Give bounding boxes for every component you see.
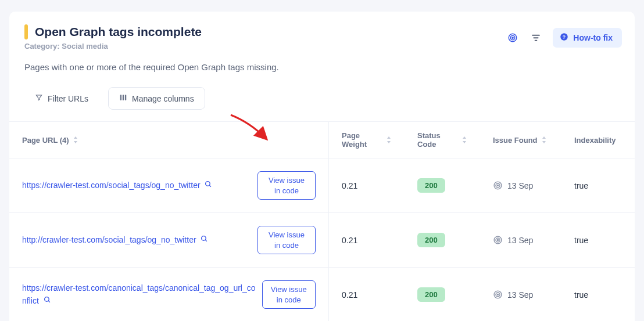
radar-action-icon[interactable] — [506, 31, 519, 44]
cell-weight: 0.21 — [329, 268, 405, 321]
status-badge: 200 — [417, 233, 445, 247]
cell-status: 200 — [405, 158, 480, 212]
filter-urls-button[interactable]: Filter URLs — [24, 88, 99, 109]
header-index-label: Indexability — [574, 136, 616, 145]
issue-card: Open Graph tags incomplete Category: Soc… — [9, 12, 635, 321]
svg-point-2 — [512, 37, 513, 38]
svg-rect-3 — [532, 35, 541, 36]
header-status-label: Status Code — [417, 131, 458, 149]
svg-point-11 — [206, 181, 210, 186]
svg-rect-5 — [535, 40, 538, 41]
table-row: http://crawler-test.com/social_tags/og_n… — [9, 213, 635, 268]
svg-line-12 — [210, 185, 212, 187]
sort-icon — [541, 136, 547, 143]
table-header-row: Page URL (4) Page Weight Status Code Iss… — [9, 122, 635, 158]
sort-icon — [73, 136, 78, 143]
header-found-label: Issue Found — [493, 136, 538, 145]
table-body: https://crawler-test.com/social_tags/og_… — [9, 158, 635, 321]
svg-point-15 — [497, 185, 498, 186]
view-issue-button[interactable]: View issue in code — [257, 171, 316, 200]
svg-line-17 — [206, 240, 207, 241]
toolbar: Filter URLs Manage columns — [9, 81, 635, 121]
issue-title: Open Graph tags incomplete — [35, 25, 202, 39]
filter-list-icon[interactable] — [529, 31, 542, 44]
header-url[interactable]: Page URL (4) — [9, 122, 329, 158]
issue-description: Pages with one or more of the required O… — [24, 62, 620, 72]
svg-point-21 — [44, 297, 49, 301]
found-date: 13 Sep — [507, 181, 533, 190]
header-index[interactable]: Indexability — [561, 122, 631, 158]
header-weight[interactable]: Page Weight — [329, 122, 405, 158]
sort-icon — [461, 136, 467, 143]
radar-icon — [493, 290, 503, 300]
howto-label: How-to fix — [573, 33, 613, 42]
magnifier-icon[interactable] — [201, 235, 208, 243]
card-header: Open Graph tags incomplete Category: Soc… — [9, 12, 635, 81]
status-badge: 200 — [417, 287, 445, 302]
cell-index: true — [561, 213, 631, 267]
sort-icon — [386, 136, 392, 143]
funnel-icon — [35, 93, 43, 103]
view-issue-button[interactable]: View issue in code — [262, 280, 316, 309]
found-date: 13 Sep — [507, 236, 533, 245]
cell-weight: 0.21 — [329, 213, 405, 267]
header-found[interactable]: Issue Found — [480, 122, 561, 158]
svg-text:?: ? — [563, 34, 566, 40]
cell-status: 200 — [405, 213, 480, 267]
filter-urls-label: Filter URLs — [48, 94, 88, 103]
columns-icon — [119, 93, 127, 103]
cell-url: https://crawler-test.com/canonical_tags/… — [9, 268, 329, 321]
severity-bar — [24, 24, 28, 39]
cell-url: http://crawler-test.com/social_tags/og_n… — [9, 213, 329, 267]
cell-status: 200 — [405, 268, 480, 321]
status-badge: 200 — [417, 178, 445, 193]
table-row: https://crawler-test.com/social_tags/og_… — [9, 158, 635, 213]
issues-table: Page URL (4) Page Weight Status Code Iss… — [9, 121, 635, 321]
cell-found: 13 Sep — [480, 268, 561, 321]
svg-point-20 — [497, 240, 498, 241]
svg-rect-8 — [120, 95, 121, 100]
svg-line-22 — [48, 301, 50, 302]
header-actions: ? How-to fix — [506, 28, 622, 48]
cell-found: 13 Sep — [480, 213, 561, 267]
found-date: 13 Sep — [507, 290, 533, 300]
svg-rect-9 — [123, 95, 124, 100]
radar-icon — [493, 181, 503, 190]
howto-fix-button[interactable]: ? How-to fix — [553, 28, 622, 48]
magnifier-icon[interactable] — [44, 296, 51, 304]
header-weight-label: Page Weight — [342, 131, 382, 149]
manage-columns-label: Manage columns — [132, 94, 194, 103]
cell-index: true — [561, 158, 631, 212]
help-icon: ? — [560, 33, 568, 43]
svg-rect-4 — [534, 37, 539, 38]
table-row: https://crawler-test.com/canonical_tags/… — [9, 268, 635, 321]
manage-columns-button[interactable]: Manage columns — [108, 87, 205, 110]
header-status[interactable]: Status Code — [405, 122, 480, 158]
url-link[interactable]: https://crawler-test.com/social_tags/og_… — [22, 181, 201, 190]
cell-found: 13 Sep — [480, 158, 561, 212]
header-url-label: Page URL (4) — [22, 136, 69, 145]
cell-index: true — [561, 268, 631, 321]
svg-point-25 — [497, 294, 498, 295]
url-link[interactable]: https://crawler-test.com/canonical_tags/… — [22, 283, 256, 305]
url-link[interactable]: http://crawler-test.com/social_tags/og_n… — [22, 235, 196, 244]
svg-rect-10 — [125, 95, 126, 100]
cell-weight: 0.21 — [329, 158, 405, 212]
view-issue-button[interactable]: View issue in code — [257, 226, 316, 254]
svg-point-16 — [202, 236, 206, 240]
magnifier-icon[interactable] — [205, 181, 212, 188]
cell-url: https://crawler-test.com/social_tags/og_… — [9, 158, 329, 212]
radar-icon — [493, 235, 503, 245]
